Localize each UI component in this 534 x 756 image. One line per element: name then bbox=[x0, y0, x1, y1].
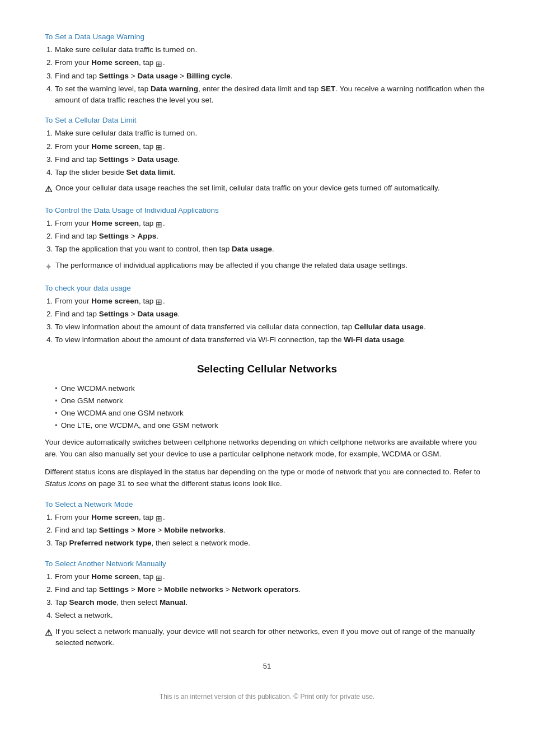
step-item: From your Home screen, tap ⊞. bbox=[55, 141, 489, 152]
step-item: Make sure cellular data traffic is turne… bbox=[55, 128, 489, 139]
grid-icon: ⊞ bbox=[156, 220, 163, 227]
star-icon: ✦ bbox=[45, 260, 52, 274]
section-control-data-usage: To Control the Data Usage of Individual … bbox=[45, 206, 489, 274]
steps-list-1: Make sure cellular data traffic is turne… bbox=[55, 44, 489, 106]
cellular-networks-title: Selecting Cellular Networks bbox=[45, 363, 489, 375]
exclamation-icon-2: ⚠ bbox=[45, 627, 52, 640]
steps-list-2: Make sure cellular data traffic is turne… bbox=[55, 128, 489, 178]
section-cellular-data-limit: To Set a Cellular Data Limit Make sure c… bbox=[45, 116, 489, 196]
page-number: 51 bbox=[45, 662, 489, 670]
step-item: To view information about the amount of … bbox=[55, 321, 489, 333]
section-select-network-mode: To Select a Network Mode From your Home … bbox=[45, 500, 489, 549]
list-item: One GSM network bbox=[55, 395, 489, 407]
cellular-para-2: Different status icons are displayed in … bbox=[45, 466, 489, 490]
step-item: From your Home screen, tap ⊞. bbox=[55, 512, 489, 523]
step-item: Find and tap Settings > More > Mobile ne… bbox=[55, 584, 489, 595]
section-title-6: To Select Another Network Manually bbox=[45, 559, 489, 568]
step-item: Tap Preferred network type, then select … bbox=[55, 538, 489, 549]
section-title-5: To Select a Network Mode bbox=[45, 500, 489, 508]
step-item: Make sure cellular data traffic is turne… bbox=[55, 44, 489, 55]
note-exclamation-1: ⚠ Once your cellular data usage reaches … bbox=[45, 183, 489, 196]
step-item: From your Home screen, tap ⊞. bbox=[55, 218, 489, 229]
grid-icon: ⊞ bbox=[156, 573, 163, 580]
step-item: Tap the slider beside Set data limit. bbox=[55, 167, 489, 178]
step-item: Find and tap Settings > Data usage. bbox=[55, 154, 489, 165]
step-item: Tap the application that you want to con… bbox=[55, 244, 489, 255]
note-text: Once your cellular data usage reaches th… bbox=[55, 183, 440, 194]
section-title-4: To check your data usage bbox=[45, 284, 489, 292]
grid-icon: ⊞ bbox=[156, 59, 163, 66]
cellular-networks-section: Selecting Cellular Networks One WCDMA ne… bbox=[45, 363, 489, 649]
step-item: To set the warning level, tap Data warni… bbox=[55, 83, 489, 106]
grid-icon: ⊞ bbox=[156, 514, 163, 521]
note-text-2: If you select a network manually, your d… bbox=[55, 626, 489, 649]
note-star-1: ✦ The performance of individual applicat… bbox=[45, 260, 489, 274]
grid-icon: ⊞ bbox=[156, 142, 163, 150]
list-item: One LTE, one WCDMA, and one GSM network bbox=[55, 420, 489, 431]
step-item: Find and tap Settings > More > Mobile ne… bbox=[55, 525, 489, 536]
note-text: The performance of individual applicatio… bbox=[55, 260, 407, 271]
steps-list-5: From your Home screen, tap ⊞. Find and t… bbox=[55, 512, 489, 549]
list-item: One WCDMA and one GSM network bbox=[55, 408, 489, 419]
note-exclamation-2: ⚠ If you select a network manually, your… bbox=[45, 626, 489, 649]
step-item: From your Home screen, tap ⊞. bbox=[55, 296, 489, 307]
step-item: Tap Search mode, then select Manual. bbox=[55, 597, 489, 608]
steps-list-4: From your Home screen, tap ⊞. Find and t… bbox=[55, 296, 489, 346]
step-item: Select a network. bbox=[55, 610, 489, 621]
section-check-data-usage: To check your data usage From your Home … bbox=[45, 284, 489, 346]
step-item: Find and tap Settings > Data usage > Bil… bbox=[55, 71, 489, 82]
step-item: To view information about the amount of … bbox=[55, 334, 489, 346]
cellular-bullet-list: One WCDMA network One GSM network One WC… bbox=[55, 383, 489, 432]
section-data-usage-warning: To Set a Data Usage Warning Make sure ce… bbox=[45, 32, 489, 106]
steps-list-6: From your Home screen, tap ⊞. Find and t… bbox=[55, 571, 489, 622]
section-title-3: To Control the Data Usage of Individual … bbox=[45, 206, 489, 214]
exclamation-icon: ⚠ bbox=[45, 183, 52, 196]
cellular-para-1: Your device automatically switches betwe… bbox=[45, 436, 489, 460]
page-footer: This is an internet version of this publ… bbox=[45, 693, 489, 701]
list-item: One WCDMA network bbox=[55, 383, 489, 394]
page-content: To Set a Data Usage Warning Make sure ce… bbox=[45, 32, 489, 701]
section-title-2: To Set a Cellular Data Limit bbox=[45, 116, 489, 124]
section-select-network-manually: To Select Another Network Manually From … bbox=[45, 559, 489, 649]
step-item: Find and tap Settings > Data usage. bbox=[55, 309, 489, 320]
steps-list-3: From your Home screen, tap ⊞. Find and t… bbox=[55, 218, 489, 255]
step-item: From your Home screen, tap ⊞. bbox=[55, 571, 489, 582]
grid-icon: ⊞ bbox=[156, 297, 163, 304]
step-item: Find and tap Settings > Apps. bbox=[55, 231, 489, 242]
section-title-1: To Set a Data Usage Warning bbox=[45, 32, 489, 41]
step-item: From your Home screen, tap ⊞. bbox=[55, 57, 489, 68]
